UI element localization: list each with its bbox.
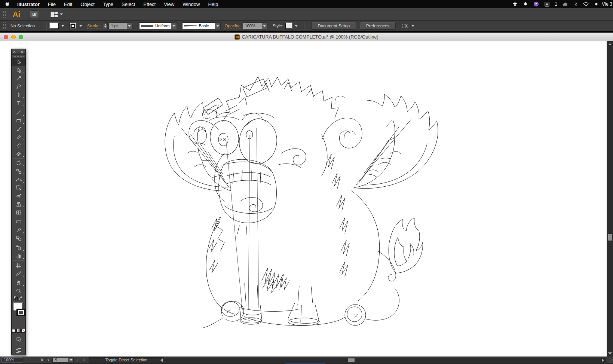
symbol-sprayer-tool[interactable] xyxy=(12,244,25,252)
artboard-canvas[interactable] xyxy=(0,41,607,357)
arrange-documents-button[interactable] xyxy=(50,11,63,18)
style-dropdown[interactable] xyxy=(294,23,299,29)
brush-definition-field[interactable]: Basic xyxy=(182,22,215,29)
menu-object[interactable]: Object xyxy=(80,1,95,7)
blend-tool[interactable] xyxy=(12,234,25,242)
variable-width-profile-field[interactable]: Uniform xyxy=(139,22,171,29)
opacity-field[interactable]: 100% xyxy=(243,22,267,29)
lasso-tool[interactable] xyxy=(12,83,25,91)
notifications-bell-icon[interactable] xyxy=(523,1,528,7)
column-graph-tool[interactable] xyxy=(12,252,25,260)
artboard-number-dropdown[interactable] xyxy=(69,357,74,363)
menu-window[interactable]: Window xyxy=(183,1,200,7)
first-artboard-button[interactable] xyxy=(40,358,44,362)
vertical-scrollbar-thumb[interactable] xyxy=(608,234,612,241)
bluetooth-icon[interactable] xyxy=(574,1,578,7)
last-artboard-button[interactable] xyxy=(82,358,86,362)
app-menu-illustrator[interactable]: Illustrator xyxy=(17,1,40,7)
scroll-down-arrow[interactable] xyxy=(608,352,612,355)
volume-icon[interactable] xyxy=(594,1,600,7)
next-artboard-button[interactable] xyxy=(76,358,80,362)
direct-selection-tool[interactable] xyxy=(12,66,25,74)
previous-artboard-button[interactable] xyxy=(46,358,50,362)
stroke-color-dropdown[interactable] xyxy=(78,23,83,29)
pen-tool[interactable] xyxy=(12,91,25,99)
horizontal-scrollbar[interactable] xyxy=(159,358,606,363)
rectangle-tool[interactable] xyxy=(12,117,25,125)
style-swatch[interactable] xyxy=(285,23,292,29)
magic-wand-tool[interactable] xyxy=(12,74,25,83)
scale-tool[interactable] xyxy=(12,167,25,175)
stroke-weight-field[interactable]: 1 pt xyxy=(108,22,132,29)
pencil-tool[interactable] xyxy=(12,133,25,141)
blob-brush-tool[interactable] xyxy=(12,141,25,150)
shape-builder-tool[interactable] xyxy=(12,192,25,200)
launch-bridge-button[interactable]: Br xyxy=(30,10,39,18)
collapse-panel-icon[interactable] xyxy=(21,51,24,53)
opacity-panel-link[interactable]: Opacity: xyxy=(224,24,240,28)
menu-type[interactable]: Type xyxy=(103,1,113,7)
tools-panel-grip[interactable] xyxy=(12,55,25,58)
brush-definition-dropdown[interactable] xyxy=(215,22,221,29)
horizontal-scrollbar-thumb[interactable] xyxy=(348,358,355,362)
stroke-color-swatch[interactable] xyxy=(69,22,77,30)
mesh-tool[interactable] xyxy=(12,208,25,217)
width-tool[interactable] xyxy=(12,175,25,184)
free-transform-tool[interactable] xyxy=(12,184,25,192)
menu-clock[interactable]: Vie 3 xyxy=(602,1,613,7)
artboard-tool[interactable] xyxy=(12,261,25,269)
rotate-tool[interactable] xyxy=(12,159,25,167)
window-resize-grip[interactable] xyxy=(607,357,613,363)
hand-tool[interactable] xyxy=(12,279,25,287)
tools-panel-header[interactable] xyxy=(12,49,25,55)
document-title-bar[interactable]: Ai CARICATURA BUFFALO COMPLETO.ai* @ 100… xyxy=(0,33,613,41)
menu-view[interactable]: View xyxy=(164,1,174,7)
perspective-grid-tool[interactable] xyxy=(12,200,25,208)
zoom-tool[interactable] xyxy=(12,287,25,295)
scroll-right-arrow[interactable] xyxy=(602,358,604,362)
vertical-scrollbar[interactable] xyxy=(607,41,613,357)
dropbox-icon[interactable] xyxy=(512,1,518,7)
stroke-color-control[interactable] xyxy=(16,309,25,316)
scroll-left-arrow[interactable] xyxy=(160,358,163,362)
scroll-up-arrow[interactable] xyxy=(608,43,612,45)
opacity-dropdown[interactable] xyxy=(262,23,267,29)
stroke-panel-link[interactable]: Stroke: xyxy=(87,24,101,28)
creative-cloud-icon[interactable] xyxy=(533,1,539,7)
paintbrush-tool[interactable] xyxy=(12,125,25,133)
fill-color-swatch[interactable] xyxy=(50,23,59,29)
variable-width-dropdown[interactable] xyxy=(171,22,177,29)
preferences-button[interactable]: Preferences xyxy=(360,22,396,30)
menu-select[interactable]: Select xyxy=(122,1,135,7)
cloud-icon[interactable] xyxy=(562,1,569,7)
none-button[interactable] xyxy=(21,329,25,333)
gradient-button[interactable] xyxy=(16,329,21,333)
default-fill-stroke-icon[interactable] xyxy=(13,296,18,300)
eraser-tool[interactable] xyxy=(12,150,25,158)
slice-tool[interactable] xyxy=(12,269,25,278)
menu-effect[interactable]: Effect xyxy=(143,1,156,7)
close-icon[interactable] xyxy=(13,51,16,53)
selection-constrain-control[interactable] xyxy=(402,22,414,29)
selection-tool[interactable] xyxy=(12,58,25,66)
color-button[interactable] xyxy=(12,329,16,333)
stroke-weight-dropdown[interactable] xyxy=(127,23,132,29)
zoom-level-field[interactable]: 100% xyxy=(1,357,23,363)
fill-color-dropdown[interactable] xyxy=(60,23,65,29)
drawing-mode-button[interactable] xyxy=(12,335,25,344)
swap-fill-stroke-icon[interactable] xyxy=(19,296,24,300)
gradient-tool[interactable] xyxy=(12,218,25,226)
document-setup-button[interactable]: Document Setup xyxy=(311,22,356,30)
buffalo-outline-artwork[interactable] xyxy=(0,41,607,357)
status-display[interactable]: Toggle Direct Selection xyxy=(89,357,164,363)
screen-mode-button[interactable] xyxy=(12,346,25,355)
wifi-icon[interactable] xyxy=(583,1,589,7)
stroke-weight-stepper[interactable] xyxy=(103,22,108,29)
menu-edit[interactable]: Edit xyxy=(64,1,72,7)
menu-help[interactable]: Help xyxy=(208,1,218,7)
type-tool[interactable] xyxy=(12,99,25,107)
artboard-number-field[interactable]: 9 xyxy=(52,357,69,363)
eyedropper-tool[interactable] xyxy=(12,226,25,234)
line-segment-tool[interactable] xyxy=(12,108,25,117)
menu-file[interactable]: File xyxy=(48,1,56,7)
